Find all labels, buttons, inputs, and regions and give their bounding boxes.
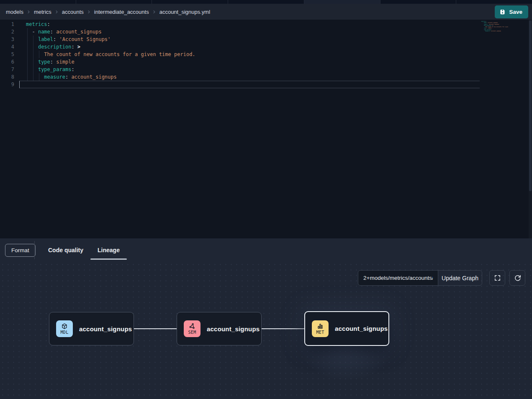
code-token: simple	[53, 59, 75, 65]
code-content: description: >	[19, 43, 80, 51]
code-content: metrics:	[19, 20, 50, 28]
code-line[interactable]: 8 measure: account_signups	[0, 73, 532, 81]
editor-minimap[interactable]: metrics: - name: account_signups label: …	[481, 21, 508, 38]
editor-tab[interactable]	[76, 0, 152, 4]
line-number: 6	[0, 58, 19, 66]
indent-guide	[27, 36, 28, 43]
breadcrumb-item[interactable]: metrics	[34, 9, 51, 15]
code-line[interactable]: 3 label: 'Account Signups'	[0, 36, 532, 43]
save-button-label: Save	[509, 9, 522, 15]
lineage-node-metric[interactable]: MET account_signups	[304, 311, 389, 346]
code-token: -	[32, 29, 38, 35]
indent-guide	[33, 58, 33, 66]
refresh-icon	[514, 274, 521, 281]
code-token: :	[50, 59, 53, 65]
editor-tab[interactable]	[380, 0, 457, 4]
model-badge: MDL	[56, 320, 73, 337]
line-number: 1	[0, 20, 19, 28]
panel-tabs: Code quality Lineage	[41, 238, 127, 262]
editor-tab-strip	[0, 0, 532, 4]
editor-tab[interactable]	[456, 0, 532, 4]
chevron-right-icon	[26, 10, 31, 14]
save-icon	[499, 9, 506, 15]
network-triangle-icon	[189, 323, 195, 330]
code-token: metrics	[26, 21, 47, 27]
editor-lines: 1metrics:2 - name: account_signups3 labe…	[0, 20, 532, 88]
format-button[interactable]: Format	[5, 244, 36, 257]
metric-badge: MET	[312, 320, 329, 337]
code-token: label	[38, 36, 53, 42]
code-token	[26, 36, 38, 42]
code-line[interactable]: 7 type_params:	[0, 66, 532, 73]
code-token	[26, 51, 44, 57]
indent-guide	[27, 73, 28, 81]
editor-tab[interactable]	[304, 0, 380, 4]
code-token	[26, 66, 38, 72]
indent-guide	[27, 58, 28, 66]
chevron-right-icon	[152, 10, 157, 14]
line-number: 8	[0, 73, 19, 81]
lineage-edge	[262, 328, 304, 329]
indent-guide	[33, 36, 33, 43]
code-line[interactable]: 5 The count of new accounts for a given …	[0, 51, 532, 58]
indent-guide	[33, 43, 33, 51]
chevron-right-icon	[87, 10, 91, 14]
cube-icon	[61, 323, 68, 330]
code-token: :	[50, 29, 53, 35]
badge-label: MDL	[61, 330, 69, 335]
refresh-button[interactable]	[509, 270, 525, 286]
code-token	[26, 74, 44, 80]
code-editor[interactable]: 1metrics:2 - name: account_signups3 labe…	[0, 20, 532, 238]
code-token: name	[38, 29, 50, 35]
lineage-selector-input[interactable]	[358, 270, 438, 286]
code-token: :	[47, 21, 50, 27]
line-number: 5	[0, 51, 19, 58]
line-number: 3	[0, 36, 19, 43]
badge-label: SEM	[188, 330, 196, 335]
scrollbar-thumb[interactable]	[529, 20, 532, 191]
code-token: account_signups	[53, 29, 102, 35]
tab-code-quality[interactable]: Code quality	[41, 238, 90, 262]
bar-chart-icon	[317, 323, 324, 330]
line-number: 7	[0, 66, 19, 73]
ide-window: modelsmetricsaccountsintermediate_accoun…	[0, 0, 532, 399]
breadcrumb-item[interactable]: account_signups.yml	[159, 9, 210, 15]
tab-lineage[interactable]: Lineage	[90, 238, 127, 262]
editor-tab[interactable]	[228, 0, 304, 4]
node-label: account_signups	[335, 325, 388, 332]
chevron-right-icon	[54, 10, 59, 14]
code-line[interactable]: 1metrics:	[0, 20, 532, 28]
code-line[interactable]: 9	[0, 81, 532, 88]
breadcrumb-bar: modelsmetricsaccountsintermediate_accoun…	[0, 4, 532, 20]
code-line[interactable]: 4 description: >	[0, 43, 532, 51]
breadcrumb-item[interactable]: accounts	[62, 9, 84, 15]
fullscreen-button[interactable]	[489, 270, 505, 286]
breadcrumb-item[interactable]: intermediate_accounts	[94, 9, 149, 15]
editor-tab[interactable]	[0, 0, 76, 4]
fullscreen-icon	[494, 274, 501, 281]
bottom-panel: Format Code quality Lineage Update Graph	[0, 238, 532, 399]
current-line-highlight	[19, 81, 480, 88]
breadcrumb-item[interactable]: models	[6, 9, 23, 15]
indent-guide	[33, 51, 33, 58]
indent-guide	[39, 51, 39, 58]
code-token: type_params	[38, 66, 71, 72]
code-line[interactable]: 6 type: simple	[0, 58, 532, 66]
indent-guide	[27, 51, 28, 58]
minimap-line	[481, 32, 508, 33]
editor-tab[interactable]	[152, 0, 228, 4]
lineage-canvas[interactable]: Update Graph	[0, 262, 532, 399]
code-line[interactable]: 2 - name: account_signups	[0, 28, 532, 36]
editor-scrollbar[interactable]	[529, 20, 532, 238]
indent-guide	[27, 28, 28, 36]
node-label: account_signups	[79, 325, 132, 332]
code-token: The count of new accounts for a given ti…	[44, 51, 195, 57]
panel-divider	[34, 241, 35, 259]
code-token: description	[38, 44, 71, 50]
code-token: 'Account Signups'	[56, 36, 111, 42]
code-content: measure: account_signups	[19, 73, 117, 81]
lineage-node-semantic-model[interactable]: SEM account_signups	[177, 312, 262, 345]
save-button[interactable]: Save	[495, 5, 528, 18]
update-graph-button[interactable]: Update Graph	[438, 270, 482, 286]
lineage-node-model[interactable]: MDL account_signups	[49, 312, 134, 345]
